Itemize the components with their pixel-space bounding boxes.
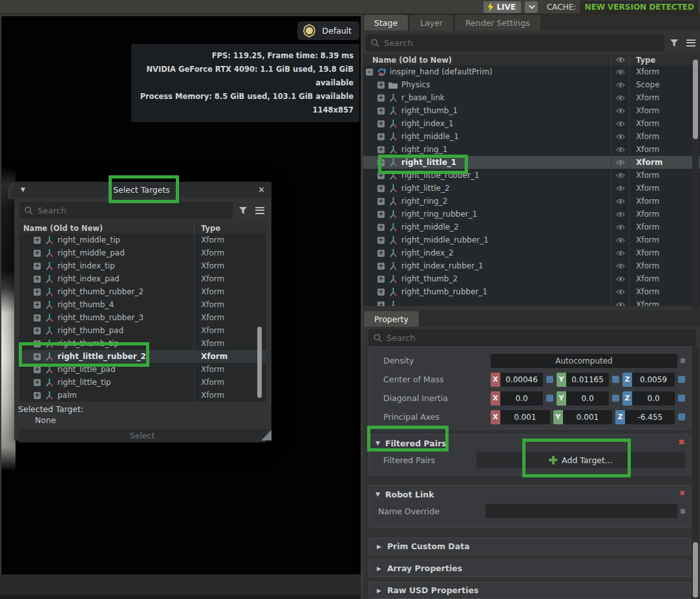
expand-toggle-icon[interactable]: + (377, 301, 385, 307)
visibility-eye-icon[interactable] (616, 108, 625, 114)
tree-row[interactable]: +right_little_rubber_1Xform (363, 169, 700, 182)
stage-search-field[interactable] (366, 34, 664, 51)
dialog-options-menu-icon[interactable] (253, 204, 266, 217)
tree-row[interactable]: +right_middle_rubber_1Xform (363, 234, 700, 246)
visibility-eye-cell[interactable] (611, 91, 629, 104)
visibility-eye-icon[interactable] (616, 160, 625, 166)
diagonal-inertia-x-field[interactable]: 0.0 (500, 391, 543, 406)
visibility-eye-icon[interactable] (616, 199, 625, 204)
expand-toggle-icon[interactable]: + (34, 314, 41, 321)
name-override-input[interactable] (485, 504, 677, 518)
expand-toggle-icon[interactable]: + (34, 366, 41, 373)
visibility-eye-cell[interactable] (611, 143, 629, 156)
visibility-eye-icon[interactable] (616, 250, 625, 256)
expand-toggle-icon[interactable]: + (34, 263, 41, 270)
visibility-eye-icon[interactable] (616, 69, 625, 75)
tree-row[interactable]: +right_little_padXform (19, 363, 266, 376)
tree-row[interactable]: +r_base_linkXform (363, 91, 700, 104)
tree-row[interactable]: +right_thumb_tipXform (19, 337, 266, 350)
viewport-lighting-default-button[interactable]: Default (297, 21, 359, 40)
visibility-eye-icon[interactable] (616, 173, 625, 179)
dialog-search-field[interactable] (19, 202, 233, 219)
visibility-eye-icon[interactable] (616, 82, 625, 88)
tree-row[interactable]: +right_index_2Xform (363, 246, 700, 259)
tree-row[interactable]: +right_middle_tipXform (19, 234, 266, 246)
visibility-eye-cell[interactable] (611, 78, 629, 91)
principal-axes-x-field[interactable]: 0.001 (500, 410, 550, 424)
resize-grip[interactable] (261, 430, 271, 441)
tree-row[interactable]: +right_thumb_padXform (19, 324, 266, 337)
expand-toggle-icon[interactable]: + (377, 250, 385, 257)
visibility-eye-cell[interactable] (611, 234, 629, 246)
dialog-filter-icon[interactable] (237, 204, 249, 217)
expand-toggle-icon[interactable]: + (377, 120, 385, 127)
tree-row[interactable]: +right_thumb_rubber_1Xform (363, 285, 700, 298)
center-of-mass-y-indicator[interactable] (612, 376, 619, 383)
visibility-eye-cell[interactable] (611, 272, 629, 285)
tree-row[interactable]: -inspire_hand (defaultPrim)Xform (363, 65, 700, 78)
visibility-eye-icon[interactable] (616, 263, 625, 269)
visibility-eye-cell[interactable] (611, 259, 629, 272)
visibility-eye-icon[interactable] (616, 134, 625, 140)
principal-axes-indicator[interactable] (678, 413, 685, 420)
dialog-scrollbar-thumb[interactable] (257, 327, 262, 398)
tree-row[interactable]: +right_thumb_1Xform (363, 104, 700, 117)
diagonal-inertia-y-field[interactable]: 0.0 (566, 391, 609, 406)
center-of-mass-x-field[interactable]: 0.00046 (500, 373, 543, 387)
tree-row[interactable]: +right_ring_2Xform (363, 195, 700, 208)
tree-row[interactable]: +right_little_2Xform (363, 182, 700, 195)
dialog-title-bar[interactable]: ▼ Select Targets ✕ (14, 182, 271, 197)
expand-toggle-icon[interactable]: + (377, 159, 385, 166)
triangle-down-icon[interactable]: ▼ (21, 186, 25, 193)
visibility-eye-cell[interactable] (611, 208, 629, 221)
prim-custom-data-section[interactable]: ▶ Prim Custom Data (368, 538, 691, 555)
expand-toggle-icon[interactable]: + (377, 94, 385, 102)
visibility-eye-icon[interactable] (616, 147, 625, 153)
property-search-field[interactable] (368, 329, 696, 346)
visibility-eye-cell[interactable] (611, 221, 629, 234)
visibility-eye-icon[interactable] (616, 212, 625, 217)
density-field[interactable]: Autocomputed (491, 354, 677, 368)
visibility-eye-icon[interactable] (616, 224, 625, 230)
stage-scrollbar-thumb[interactable] (693, 60, 698, 139)
tab-stage[interactable]: Stage (364, 15, 408, 30)
visibility-eye-icon[interactable] (616, 302, 625, 307)
tree-row[interactable]: +right_index_padXform (19, 272, 266, 285)
expand-toggle-icon[interactable]: + (34, 301, 41, 309)
visibility-eye-icon[interactable] (616, 289, 625, 295)
visibility-eye-cell[interactable] (611, 285, 629, 298)
stage-options-menu-icon[interactable] (684, 36, 697, 49)
add-target-button[interactable]: Add Target... (476, 452, 685, 468)
tab-property[interactable]: Property (364, 311, 419, 327)
tree-row[interactable]: +palmXform (19, 389, 266, 402)
visibility-eye-cell[interactable] (611, 182, 629, 195)
visibility-eye-cell[interactable] (611, 156, 629, 169)
tree-row[interactable]: +right_thumb_rubber_3Xform (19, 311, 266, 324)
expand-toggle-icon[interactable]: + (377, 224, 385, 231)
expand-toggle-icon[interactable]: + (377, 263, 385, 270)
property-search-input[interactable] (387, 333, 691, 343)
property-scrollbar-thumb[interactable] (693, 542, 698, 598)
live-sync-button[interactable]: LIVE (483, 1, 521, 13)
tree-row[interactable]: +right_index_tipXform (19, 259, 266, 272)
tree-row[interactable]: +right_index_1Xform (363, 117, 700, 130)
visibility-eye-cell[interactable] (611, 298, 629, 306)
expand-toggle-icon[interactable]: - (366, 69, 373, 76)
select-button[interactable]: Select (18, 429, 266, 442)
visibility-eye-cell[interactable] (611, 169, 629, 182)
expand-toggle-icon[interactable]: + (34, 379, 41, 386)
expand-toggle-icon[interactable]: + (34, 340, 41, 347)
principal-axes-y-field[interactable]: 0.001 (563, 410, 613, 424)
expand-toggle-icon[interactable]: + (34, 250, 41, 257)
tree-row[interactable]: +right_thumb_rubber_2Xform (19, 285, 266, 298)
density-default-indicator[interactable] (681, 358, 685, 363)
expand-toggle-icon[interactable]: + (377, 237, 385, 244)
tree-row[interactable]: +Xform (363, 298, 700, 306)
visibility-eye-cell[interactable] (611, 195, 629, 208)
tree-row[interactable]: +right_index_rubber_1Xform (363, 259, 700, 272)
tab-layer[interactable]: Layer (410, 15, 453, 30)
visibility-eye-icon[interactable] (616, 186, 625, 191)
tree-row[interactable]: +right_ring_rubber_1Xform (363, 208, 700, 221)
tree-row[interactable]: +right_middle_2Xform (363, 221, 700, 234)
expand-toggle-icon[interactable]: + (377, 198, 385, 205)
